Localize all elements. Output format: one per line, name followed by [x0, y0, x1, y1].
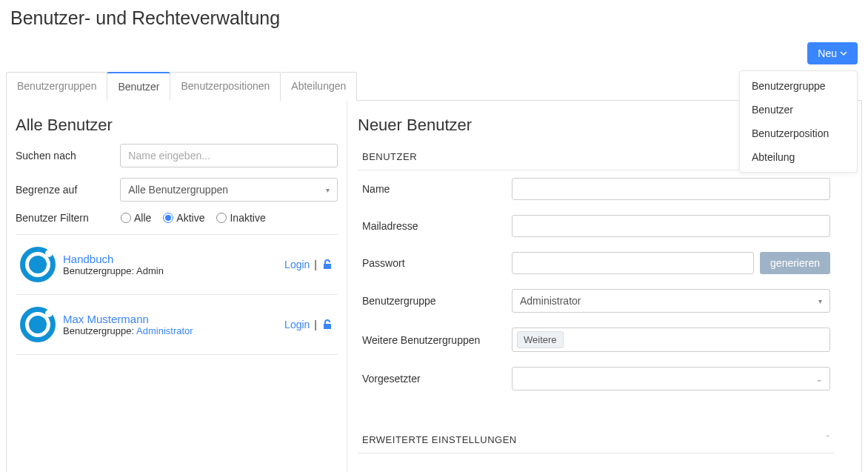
- user-group-label: Benutzergruppe: Admin: [63, 265, 277, 276]
- tab-abteilungen[interactable]: Abteilungen: [280, 72, 357, 101]
- filter-radio-inactive[interactable]: Inaktive: [216, 212, 265, 224]
- search-label: Suchen nach: [16, 150, 111, 162]
- tab-benutzerpositionen[interactable]: Benutzerpositionen: [170, 72, 281, 101]
- password-input[interactable]: [512, 252, 754, 274]
- field-label-name: Name: [362, 183, 503, 195]
- left-pane-title: Alle Benutzer: [16, 116, 338, 135]
- user-group-label: Benutzergruppe: Administrator: [63, 325, 277, 336]
- search-input[interactable]: [120, 144, 338, 167]
- section-advanced-title: ERWEITERTE EINSTELLUNGEN: [362, 434, 517, 445]
- tab-benutzergruppen[interactable]: Benutzergruppen: [6, 72, 107, 101]
- section-advanced-toggle[interactable]: ERWEITERTE EINSTELLUNGEN ˄: [358, 420, 835, 453]
- new-menu-abteilung[interactable]: Abteilung: [740, 145, 857, 169]
- avatar-icon: [20, 307, 56, 342]
- radio-icon: [121, 213, 131, 223]
- field-label-group: Benutzergruppe: [362, 295, 503, 307]
- login-link[interactable]: Login: [284, 319, 310, 330]
- user-row: Handbuch Benutzergruppe: Admin Login |: [16, 235, 338, 295]
- user-name-link[interactable]: Handbuch: [63, 253, 277, 265]
- unlock-icon[interactable]: [321, 259, 333, 270]
- group-select-value: Administrator: [520, 295, 581, 307]
- filter-label: Benutzer Filtern: [16, 212, 112, 224]
- separator: |: [314, 319, 317, 330]
- caret-down-icon: ▾: [326, 186, 330, 194]
- radio-icon: [163, 213, 173, 223]
- limit-select[interactable]: Alle Benutzergruppen ▾: [120, 178, 338, 202]
- section-responsibility-toggle[interactable]: ZUSTÄNDIGKEIT ˄: [358, 461, 835, 472]
- user-row: Max Mustermann Benutzergruppe: Administr…: [16, 295, 338, 355]
- new-button[interactable]: Neu: [807, 42, 858, 64]
- new-menu-benutzer[interactable]: Benutzer: [740, 98, 857, 122]
- user-list: Handbuch Benutzergruppe: Admin Login |: [16, 234, 338, 355]
- field-label-password: Passwort: [362, 257, 503, 269]
- tabs: Benutzergruppen Benutzer Benutzerpositio…: [6, 72, 862, 101]
- caret-down-icon: ▾: [818, 297, 822, 305]
- user-name-link[interactable]: Max Mustermann: [63, 313, 277, 325]
- mail-input[interactable]: [512, 215, 830, 237]
- filter-radio-active-label: Aktive: [176, 212, 204, 224]
- chevron-down-icon: [840, 50, 847, 57]
- new-menu-benutzergruppe[interactable]: Benutzergruppe: [740, 74, 857, 98]
- limit-select-value: Alle Benutzergruppen: [128, 184, 228, 196]
- generate-password-button[interactable]: generieren: [760, 252, 830, 274]
- name-input[interactable]: [512, 178, 830, 200]
- field-label-more-groups: Weitere Benutzergruppen: [362, 334, 503, 346]
- radio-icon: [216, 213, 227, 223]
- page-title: Benutzer- und Rechteverwaltung: [10, 7, 862, 29]
- caret-down-icon: ⌄: [816, 375, 822, 383]
- new-menu-benutzerposition[interactable]: Benutzerposition: [740, 122, 857, 145]
- filter-radio-all[interactable]: Alle: [121, 212, 151, 224]
- more-groups-input[interactable]: Weitere: [512, 328, 830, 352]
- filter-radio-active[interactable]: Aktive: [163, 212, 204, 224]
- login-link[interactable]: Login: [284, 259, 310, 270]
- filter-radio-all-label: Alle: [134, 212, 151, 224]
- supervisor-select[interactable]: ⌄: [512, 367, 830, 390]
- unlock-icon[interactable]: [321, 319, 333, 330]
- new-button-label: Neu: [818, 47, 837, 59]
- new-dropdown: Benutzergruppe Benutzer Benutzerposition…: [739, 70, 858, 173]
- chevron-up-icon: ˄: [825, 433, 830, 445]
- limit-label: Begrenze auf: [16, 184, 111, 196]
- field-label-mail: Mailadresse: [362, 220, 503, 232]
- field-label-supervisor: Vorgesetzter: [362, 373, 503, 385]
- avatar-icon: [20, 247, 56, 282]
- separator: |: [314, 259, 317, 270]
- user-group-link[interactable]: Administrator: [136, 325, 193, 336]
- filter-radio-inactive-label: Inaktive: [230, 212, 265, 224]
- group-tag[interactable]: Weitere: [517, 331, 564, 348]
- group-select[interactable]: Administrator ▾: [512, 289, 830, 313]
- tab-benutzer[interactable]: Benutzer: [107, 72, 170, 101]
